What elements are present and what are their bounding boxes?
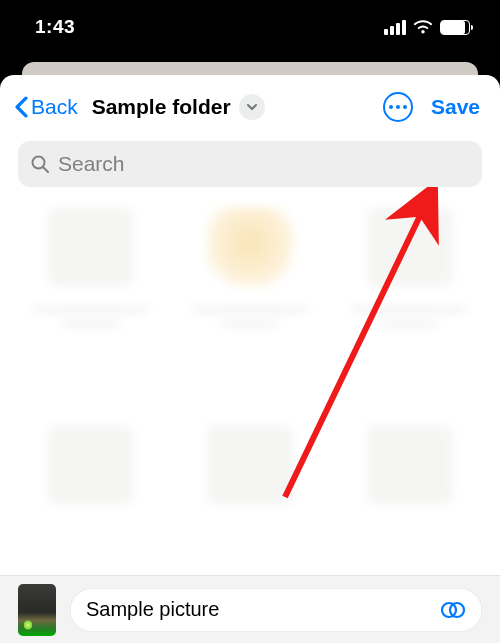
search-input[interactable]: Search — [18, 141, 482, 187]
selected-file-bar: Sample picture — [0, 575, 500, 643]
chevron-down-icon — [246, 103, 258, 111]
filename-label: Sample picture — [86, 598, 219, 621]
wifi-icon — [413, 20, 433, 35]
ellipsis-icon — [389, 105, 393, 109]
search-placeholder: Search — [58, 152, 125, 176]
battery-icon — [440, 20, 470, 35]
folder-title: Sample folder — [92, 95, 231, 119]
cellular-signal-icon — [384, 20, 406, 35]
folder-title-area[interactable]: Sample folder — [92, 94, 265, 120]
chevron-left-icon — [14, 96, 29, 118]
save-button[interactable]: Save — [431, 95, 480, 119]
sheet-header: Back Sample folder Save — [0, 75, 500, 135]
file-picker-sheet: Back Sample folder Save Search — [0, 75, 500, 643]
svg-line-1 — [44, 168, 49, 173]
search-icon — [30, 154, 50, 174]
status-indicators — [384, 20, 470, 35]
back-label: Back — [31, 95, 78, 119]
file-thumbnail[interactable] — [18, 584, 56, 636]
filename-pill[interactable]: Sample picture — [70, 588, 482, 632]
svg-point-0 — [33, 157, 45, 169]
more-options-button[interactable] — [383, 92, 413, 122]
folder-dropdown-button[interactable] — [239, 94, 265, 120]
back-button[interactable]: Back — [14, 95, 78, 119]
status-time: 1:43 — [35, 16, 75, 38]
status-bar: 1:43 — [0, 0, 500, 54]
live-photo-icon — [440, 601, 466, 619]
